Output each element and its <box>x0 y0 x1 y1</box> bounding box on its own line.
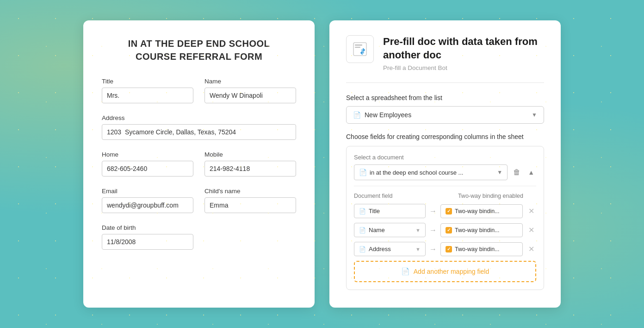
address-row: Address <box>102 114 296 140</box>
mobile-label: Mobile <box>204 151 296 158</box>
field-doc-icon-address: 📄 <box>359 246 366 252</box>
name-group: Name <box>204 78 296 103</box>
two-way-box-address[interactable]: Two-way bindin... <box>440 242 523 256</box>
form-card: IN AT THE DEEP END SCHOOL COURSE REFERRA… <box>83 20 315 308</box>
two-way-checkbox-title <box>446 208 452 214</box>
name-input[interactable] <box>204 88 296 103</box>
childs-name-input[interactable] <box>204 197 296 213</box>
field-doc-icon-title: 📄 <box>359 208 366 214</box>
bot-info: Pre-fill doc with data taken from anothe… <box>383 35 544 71</box>
childs-name-group: Child's name <box>204 188 296 213</box>
mapping-row-name: 📄 Name ▼ → Two-way bindin... ✕ <box>354 223 536 237</box>
dob-row: Date of birth <box>102 224 296 250</box>
dob-input[interactable] <box>102 234 193 250</box>
two-way-label-address: Two-way bindin... <box>455 246 500 252</box>
mapping-header-binding: Two-way binding enabled <box>458 193 523 199</box>
spreadsheet-value: New Employees <box>365 111 411 119</box>
document-select-label: Select a document <box>354 154 536 161</box>
name-label: Name <box>204 78 296 85</box>
field-name-title: Title <box>369 208 380 214</box>
two-way-label-title: Two-way bindin... <box>455 208 500 214</box>
doc-select-icon: 📄 <box>359 169 367 176</box>
remove-mapping-title-button[interactable]: ✕ <box>526 206 536 216</box>
field-select-name-left: 📄 Name <box>359 227 385 233</box>
field-name-address: Address <box>369 246 391 252</box>
address-field-chevron: ▼ <box>415 246 421 252</box>
two-way-box-name[interactable]: Two-way bindin... <box>440 223 523 237</box>
add-mapping-label: Add another mapping field <box>414 268 489 275</box>
mapping-header-row: Document field Two-way binding enabled <box>354 193 536 199</box>
mapping-row-title: 📄 Title → Two-way bindin... ✕ <box>354 204 536 218</box>
title-group: Title <box>102 78 193 103</box>
email-input[interactable] <box>102 197 193 213</box>
remove-mapping-address-button[interactable]: ✕ <box>526 244 536 254</box>
email-group: Email <box>102 188 193 213</box>
collapse-document-button[interactable]: ▲ <box>526 167 536 178</box>
mobile-group: Mobile <box>204 151 296 177</box>
field-name-name: Name <box>369 227 385 233</box>
spreadsheet-dropdown[interactable]: 📄 New Employees ▼ <box>346 106 544 124</box>
spreadsheet-chevron-icon: ▼ <box>532 112 537 118</box>
title-label: Title <box>102 78 193 85</box>
doc-select-left: 📄 in at the deep end school course ... <box>359 169 463 176</box>
field-doc-icon-name: 📄 <box>359 227 366 233</box>
add-mapping-icon: 📄 <box>401 267 410 276</box>
form-title: IN AT THE DEEP END SCHOOL COURSE REFERRA… <box>102 37 296 63</box>
mobile-input[interactable] <box>204 161 296 177</box>
two-way-checkbox-address <box>446 246 452 252</box>
bot-header: Pre-fill doc with data taken from anothe… <box>346 35 544 71</box>
title-input[interactable] <box>102 88 193 103</box>
spreadsheet-select-left: 📄 New Employees <box>353 111 411 119</box>
fields-inner-divider <box>354 186 536 186</box>
bot-card: Pre-fill doc with data taken from anothe… <box>329 20 561 308</box>
bot-icon-box <box>346 35 374 63</box>
svg-rect-1 <box>355 44 362 46</box>
fields-section-label: Choose fields for creating corresponding… <box>346 133 544 140</box>
field-select-title-left: 📄 Title <box>359 208 380 214</box>
document-dropdown[interactable]: 📄 in at the deep end school course ... ▼ <box>354 164 508 180</box>
address-label: Address <box>102 114 296 121</box>
home-input[interactable] <box>102 161 193 177</box>
dob-label: Date of birth <box>102 224 193 231</box>
address-group: Address <box>102 114 296 140</box>
childs-name-label: Child's name <box>204 188 296 195</box>
arrow-icon-address: → <box>429 245 437 253</box>
arrow-icon-title: → <box>429 207 437 215</box>
bot-subtitle: Pre-fill a Document Bot <box>383 64 544 71</box>
delete-document-button[interactable]: 🗑 <box>511 166 522 178</box>
mapping-header-field: Document field <box>354 193 392 199</box>
address-input[interactable] <box>102 124 296 140</box>
dob-group: Date of birth <box>102 224 193 250</box>
bot-title: Pre-fill doc with data taken from anothe… <box>383 35 544 62</box>
doc-chevron-icon: ▼ <box>497 169 502 176</box>
two-way-label-name: Two-way bindin... <box>455 227 500 233</box>
spreadsheet-doc-icon: 📄 <box>353 111 361 119</box>
add-mapping-button[interactable]: 📄 Add another mapping field <box>354 261 536 282</box>
email-label: Email <box>102 188 193 195</box>
home-group: Home <box>102 151 193 177</box>
header-divider <box>346 82 544 83</box>
field-select-address[interactable]: 📄 Address ▼ <box>354 242 426 256</box>
title-name-row: Title Name <box>102 78 296 103</box>
name-field-chevron: ▼ <box>415 227 421 233</box>
document-row: 📄 in at the deep end school course ... ▼… <box>354 164 536 180</box>
bot-icon <box>352 41 368 57</box>
dob-spacer <box>204 224 296 250</box>
document-value: in at the deep end school course ... <box>370 169 463 176</box>
field-select-name[interactable]: 📄 Name ▼ <box>354 223 426 237</box>
spreadsheet-label: Select a spreadsheet from the list <box>346 94 544 101</box>
email-child-row: Email Child's name <box>102 188 296 213</box>
arrow-icon-name: → <box>429 226 437 234</box>
field-select-title[interactable]: 📄 Title <box>354 204 426 218</box>
svg-rect-2 <box>355 47 360 48</box>
remove-mapping-name-button[interactable]: ✕ <box>526 225 536 235</box>
two-way-checkbox-name <box>446 227 452 233</box>
fields-container: Select a document 📄 in at the deep end s… <box>346 146 544 290</box>
two-way-box-title[interactable]: Two-way bindin... <box>440 204 523 218</box>
home-label: Home <box>102 151 193 158</box>
home-mobile-row: Home Mobile <box>102 151 296 177</box>
mapping-row-address: 📄 Address ▼ → Two-way bindin... ✕ <box>354 242 536 256</box>
field-select-address-left: 📄 Address <box>359 246 391 252</box>
